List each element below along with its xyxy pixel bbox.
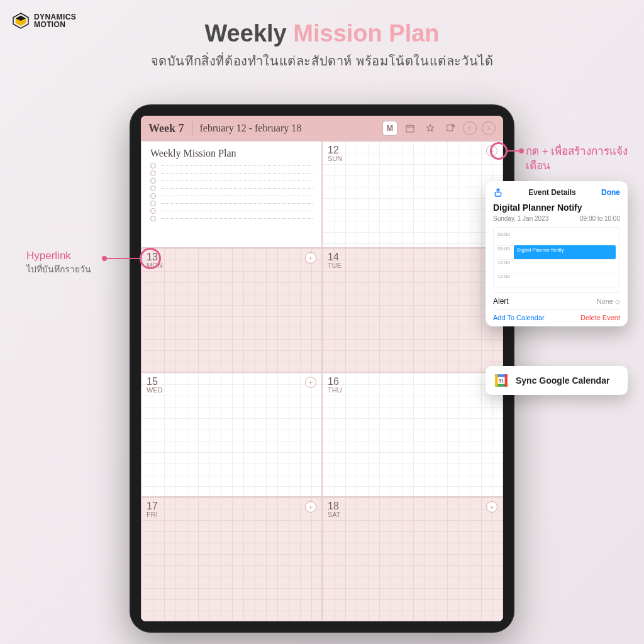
star-icon[interactable] [423, 121, 438, 136]
mission-title: Weekly Mission Plan [150, 148, 313, 159]
calendar-icon[interactable] [402, 121, 418, 136]
hero-heading: Weekly Mission Plan จดบันทึกสิ่งที่ต้องท… [0, 20, 644, 71]
day-cell-mon[interactable]: 13MON + [141, 248, 322, 372]
tablet-frame: Week 7 february 12 - february 18 M Weekl… [130, 104, 514, 633]
mission-line[interactable] [150, 170, 313, 176]
event-details-popup: Event Details Done Digital Planner Notif… [486, 181, 628, 326]
planner-grid: Weekly Mission Plan 12SUN + [141, 141, 503, 621]
week-number: Week 7 [148, 122, 184, 135]
mission-line[interactable] [150, 178, 313, 184]
day-cell-fri[interactable]: 17FRI + [141, 497, 322, 621]
alert-label: Alert [493, 297, 509, 306]
hero-subtitle: จดบันทึกสิ่งที่ต้องทำในแต่ละสัปดาห์ พร้อ… [0, 51, 644, 71]
event-time-range: 09:00 to 10:00 [580, 215, 620, 222]
svg-rect-9 [495, 374, 497, 387]
add-reminder-button[interactable]: + [305, 252, 316, 264]
prev-week-button[interactable] [463, 121, 477, 135]
event-date: Sunday, 1 Jan 2023 [493, 215, 548, 222]
popup-title: Event Details [528, 188, 575, 197]
day-cell-sun[interactable]: 12SUN + [322, 141, 503, 248]
mission-line[interactable] [150, 208, 313, 214]
svg-text:31: 31 [499, 378, 504, 384]
mission-line[interactable] [150, 186, 313, 191]
callout-lead-line [104, 258, 140, 259]
callout-lead-line [508, 150, 521, 152]
svg-rect-10 [504, 374, 507, 387]
mission-line[interactable] [150, 193, 313, 199]
planner-screen: Week 7 february 12 - february 18 M Weekl… [141, 116, 503, 621]
day-cell-thu[interactable]: 16THU + [322, 372, 503, 497]
brand-mark-icon [11, 11, 30, 30]
plus-highlight-circle [490, 142, 508, 160]
sync-google-calendar-card[interactable]: 31 Sync Google Calendar [486, 366, 628, 395]
share-icon[interactable] [443, 121, 458, 136]
callout-add-reminder: กด + เพื่อสร้างการแจ้งเตือน [526, 145, 644, 174]
hero-title-prefix: Weekly [204, 20, 293, 47]
svg-rect-3 [406, 125, 414, 132]
day-cell-sat[interactable]: 18SAT + [322, 497, 503, 621]
event-name: Digital Planner Notify [493, 203, 620, 213]
svg-rect-4 [447, 125, 453, 131]
alert-row[interactable]: Alert None ◇ [493, 292, 620, 310]
delete-event-button[interactable]: Delete Event [580, 314, 620, 321]
mission-line[interactable] [150, 163, 313, 169]
add-reminder-button[interactable]: + [486, 501, 497, 513]
topbar-separator [192, 121, 192, 135]
date-range: february 12 - february 18 [200, 123, 302, 134]
mission-cell: Weekly Mission Plan [141, 141, 322, 248]
done-button[interactable]: Done [601, 188, 620, 197]
day-cell-tue[interactable]: 14TUE + [322, 248, 503, 372]
callout-hyperlink: Hyperlink ไปที่บันทึกรายวัน [26, 249, 91, 275]
brand-line2: MOTION [34, 21, 76, 28]
hero-title-accent: Mission Plan [293, 20, 439, 47]
google-calendar-icon: 31 [493, 372, 509, 389]
date-highlight-circle [140, 248, 161, 269]
callout-hyperlink-sub: ไปที่บันทึกรายวัน [26, 264, 91, 275]
sync-google-calendar-label: Sync Google Calendar [516, 375, 609, 386]
alert-value: None ◇ [597, 297, 620, 306]
add-reminder-button[interactable]: + [305, 377, 316, 388]
planner-topbar: Week 7 february 12 - february 18 M [141, 116, 503, 141]
mission-line[interactable] [150, 201, 313, 206]
add-to-calendar-button[interactable]: Add To Calendar [493, 314, 545, 321]
next-week-button[interactable] [482, 121, 496, 135]
add-reminder-button[interactable]: + [305, 501, 316, 513]
brand-logo: DYNAMICS MOTION [11, 11, 76, 30]
callout-hyperlink-title: Hyperlink [26, 249, 91, 264]
month-view-button[interactable]: M [382, 121, 397, 136]
event-block[interactable]: Digital Planner Notify [514, 245, 616, 259]
time-grid[interactable]: 08:00 09:00 10:00 11:00 Digital Planner … [493, 227, 620, 287]
share-icon[interactable] [493, 187, 503, 197]
day-cell-wed[interactable]: 15WED + [141, 372, 322, 497]
mission-line[interactable] [150, 216, 313, 221]
